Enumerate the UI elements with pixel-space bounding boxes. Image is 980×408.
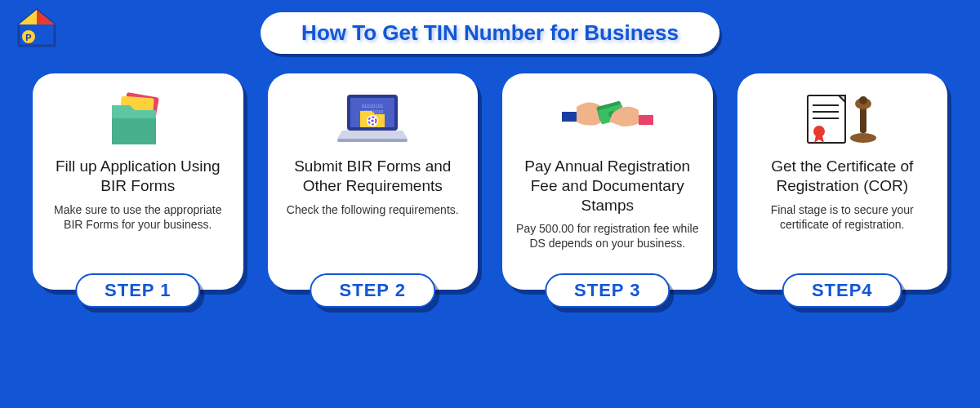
svg-point-14 xyxy=(372,119,374,122)
step-label: STEP 2 xyxy=(340,280,406,300)
step-label: STEP 3 xyxy=(574,280,640,300)
folder-icon xyxy=(46,88,230,152)
certificate-icon xyxy=(751,88,935,152)
svg-rect-20 xyxy=(639,115,653,125)
svg-text:P: P xyxy=(25,33,31,42)
step-desc: Make sure to use the appropriate BIR For… xyxy=(46,202,230,232)
step-card-4: Get the Certificate of Registration (COR… xyxy=(737,73,948,290)
step-heading: Submit BIR Forms and Other Requirements xyxy=(281,157,466,196)
step-label: STEP 1 xyxy=(105,280,171,300)
svg-point-29 xyxy=(859,96,867,104)
step-card-2: 01010101 10101010 Submit BIR Forms and O… xyxy=(268,73,479,290)
laptop-icon: 01010101 10101010 xyxy=(281,88,466,152)
step-badge-2: STEP 2 xyxy=(310,273,435,308)
step-heading: Pay Annual Registration Fee and Document… xyxy=(515,157,700,215)
svg-rect-15 xyxy=(337,139,408,142)
step-desc: Pay 500.00 for registration fee while DS… xyxy=(515,221,700,251)
page-title-pill: How To Get TIN Number for Business xyxy=(261,12,719,54)
step-badge-4: STEP4 xyxy=(782,273,902,308)
steps-row: Fill up Application Using BIR Forms Make… xyxy=(33,73,947,290)
brand-logo: P xyxy=(12,8,61,53)
step-badge-3: STEP 3 xyxy=(545,273,670,308)
step-card-3: Pay Annual Registration Fee and Document… xyxy=(502,73,713,290)
svg-text:01010101: 01010101 xyxy=(362,104,384,109)
payment-icon xyxy=(515,88,700,152)
step-card-1: Fill up Application Using BIR Forms Make… xyxy=(33,73,243,290)
svg-point-26 xyxy=(850,133,876,143)
step-desc: Final stage is to secure your certificat… xyxy=(751,202,935,232)
step-badge-1: STEP 1 xyxy=(75,273,200,308)
step-heading: Get the Certificate of Registration (COR… xyxy=(751,157,935,196)
page-title: How To Get TIN Number for Business xyxy=(301,20,679,46)
svg-rect-27 xyxy=(860,105,866,133)
svg-point-25 xyxy=(813,126,825,137)
step-desc: Check the following requirements. xyxy=(281,202,466,217)
step-label: STEP4 xyxy=(812,280,873,300)
svg-rect-16 xyxy=(562,112,577,122)
step-heading: Fill up Application Using BIR Forms xyxy=(46,157,230,196)
svg-rect-7 xyxy=(112,118,156,144)
